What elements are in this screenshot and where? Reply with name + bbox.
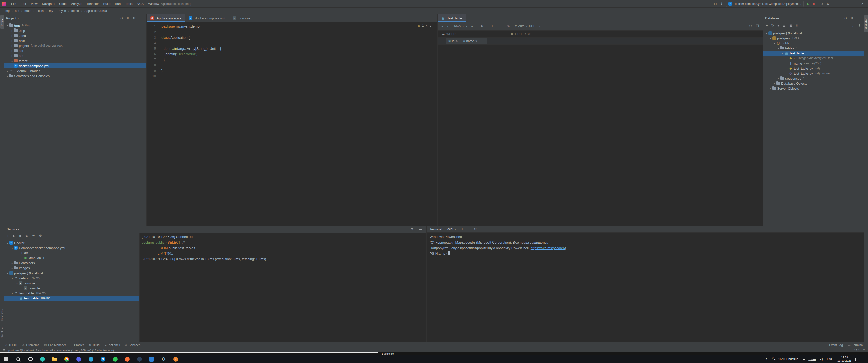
chevron-down-icon[interactable]: ▾ (5, 241, 9, 244)
project-item-target[interactable]: ▸target (4, 58, 146, 63)
breadcrumb-item-src[interactable]: src (15, 9, 19, 12)
ddl-button[interactable]: DDL (528, 25, 536, 28)
services-item-postgres-localhost[interactable]: ▾postgres@localhost (4, 270, 139, 275)
database-item-sequences[interactable]: ▸sequences1 (763, 76, 864, 81)
tx-mode-label[interactable]: Tx: Auto (512, 25, 526, 28)
show-desktop-button[interactable] (865, 356, 866, 363)
menu-file[interactable]: File (9, 0, 19, 7)
toolwindow-button-build[interactable]: ⚒Build (86, 342, 102, 348)
fold-marker-icon[interactable]: − (156, 46, 161, 52)
services-item-tmp-db-1[interactable]: ▣/tmp_db_1 (4, 255, 139, 260)
submit-icon[interactable]: ⇅ (505, 23, 512, 30)
hide-panel-icon[interactable]: — (137, 14, 144, 22)
services-item-default[interactable]: ▾≡default76 ms (4, 275, 139, 280)
breadcrumb-item-mysh[interactable]: mysh (59, 9, 66, 12)
hide-panel-icon[interactable]: — (417, 226, 424, 233)
minimize-button[interactable]: — (834, 0, 845, 7)
run-button[interactable]: ▶ (805, 0, 811, 7)
panel-settings-icon[interactable]: ⚙ (848, 14, 855, 22)
database-item-postgres-localhost[interactable]: ▾postgres@localhost (763, 31, 864, 36)
menu-edit[interactable]: Edit (19, 0, 29, 7)
taskbar-discord-icon[interactable] (73, 356, 85, 363)
menu-code[interactable]: Code (57, 0, 69, 7)
services-item-docker[interactable]: ▾≈Docker (4, 240, 139, 245)
chevron-right-icon[interactable]: ▸ (10, 60, 14, 62)
chevron-right-icon[interactable]: ▸ (10, 262, 14, 264)
last-page-icon[interactable]: » (469, 23, 475, 30)
datasource-settings-icon[interactable]: ⚙ (794, 22, 800, 30)
services-item-test-table[interactable]: ▾≡test_table104 ms (4, 291, 139, 296)
menu-vcs[interactable]: VCS (135, 0, 146, 7)
toolwindow-button-file-manager[interactable]: ▤File Manager (42, 342, 68, 348)
inspection-widget[interactable]: ⚠ 1 ∧ ∨ (417, 24, 432, 28)
group-by-icon[interactable]: ≣ (30, 232, 37, 240)
stop-button[interactable]: ■ (811, 0, 816, 7)
project-item-scratches-and-consoles[interactable]: ▸Scratches and Consoles (4, 73, 146, 78)
terminal-settings-icon[interactable]: ⚙ (472, 226, 479, 233)
taskbar-chrome-icon[interactable] (61, 356, 73, 363)
project-item-project[interactable]: ▸project[tmp-build] sources root (4, 43, 146, 48)
chevron-down-icon[interactable]: ▾ (10, 246, 14, 249)
tab-test-table[interactable]: ▦ test_table (437, 14, 466, 22)
database-item-test-table-pk[interactable]: ◆test_table_pk(id) (763, 66, 864, 71)
chevron-down-icon[interactable]: ▾ (15, 252, 19, 254)
taskbar-whatsapp-icon[interactable] (109, 356, 121, 363)
grid-column-header-id[interactable]: ▦id⇅ (446, 38, 460, 44)
more-icon[interactable]: ⋮ (856, 22, 863, 30)
project-item-hive[interactable]: ▸hive (4, 38, 146, 43)
close-button[interactable]: × (857, 0, 868, 7)
taskbar-firefox-icon[interactable] (121, 356, 133, 363)
taskbar-search-icon[interactable] (12, 356, 24, 363)
menu-navigate[interactable]: Navigate (40, 0, 57, 7)
locate-object-icon[interactable]: ⊙ (842, 14, 848, 22)
services-item-db[interactable]: ▾⊡db (4, 250, 139, 255)
settings-gear-icon[interactable]: ⚙ (825, 0, 831, 7)
project-item-src[interactable]: ▸src (4, 53, 146, 58)
chevron-right-icon[interactable]: ▸ (5, 70, 9, 72)
project-item-docker-compose-yml[interactable]: ≈docker-compose.yml (4, 63, 146, 68)
chevron-down-icon[interactable]: ▾ (769, 37, 772, 40)
stripe-button-project[interactable]: Project (0, 15, 4, 29)
taskbar-clock[interactable]: 12:59 19.10.2021 (837, 356, 851, 363)
caret-position[interactable]: 13:1 (854, 349, 860, 352)
project-item-tmp[interactable]: ▾tmpN:\tmp (4, 23, 146, 28)
chevron-down-icon[interactable]: ▾ (5, 24, 9, 27)
chevron-down-icon[interactable]: ▾ (15, 282, 19, 285)
chevron-right-icon[interactable]: ▸ (777, 77, 780, 80)
stop-service-icon[interactable]: ■ (18, 232, 23, 240)
breadcrumb-item-scala[interactable]: scala (37, 9, 44, 12)
grid-column-header-name[interactable]: ▦name⇅ (460, 38, 488, 44)
taskbar-skype-icon[interactable]: S (97, 356, 109, 363)
filter-icon[interactable]: ⌕ (851, 22, 856, 30)
chevron-down-icon[interactable]: ▾ (777, 47, 780, 50)
grid-settings-icon[interactable]: ⚙ (747, 23, 754, 30)
onedrive-icon[interactable]: ☁ (802, 358, 805, 361)
database-item-test-table[interactable]: ▾▦test_table (763, 51, 864, 56)
chevron-right-icon[interactable]: ▸ (10, 44, 14, 47)
database-item-tables[interactable]: ▾tables1 (763, 45, 864, 51)
hide-panel-icon[interactable]: — (855, 14, 862, 22)
jump-to-console-icon[interactable]: ≣ (781, 22, 787, 30)
editor-tab-application-scala[interactable]: SApplication.scala (147, 14, 185, 22)
database-item-database-objects[interactable]: ▸Database Objects (763, 81, 864, 86)
services-item-console[interactable]: >console (4, 286, 139, 291)
hide-panel-icon[interactable]: — (482, 226, 489, 233)
start-button[interactable] (0, 356, 12, 363)
fold-marker-icon[interactable]: − (156, 35, 161, 40)
chevron-right-icon[interactable]: ▸ (10, 34, 14, 37)
menu-run[interactable]: Run (113, 0, 123, 7)
editor-tab-console[interactable]: >console (229, 14, 254, 22)
services-item-test-table[interactable]: ▦test_table104 ms (4, 296, 139, 301)
refresh-icon[interactable]: ↻ (770, 22, 776, 30)
editor-tab-docker-compose-yml[interactable]: ≈docker-compose.yml (185, 14, 229, 22)
database-item-server-objects[interactable]: ▸Server Objects (763, 86, 864, 91)
code-editor[interactable]: 1package my.mysh.demo23−class Applicatio… (147, 22, 437, 79)
breadcrumb-item-main[interactable]: main (25, 9, 31, 12)
expand-collapse-icon[interactable]: ⇵ (125, 14, 131, 22)
breadcrumb-item-application-scala[interactable]: Application.scala (84, 9, 107, 12)
terminal-tab-local[interactable]: Local ▾ (445, 227, 456, 231)
database-item-public[interactable]: ▾▢public (763, 41, 864, 45)
toolwindow-button-profiler[interactable]: ◔Profiler (68, 342, 86, 348)
stop-icon[interactable]: ■ (776, 22, 781, 30)
chevron-right-icon[interactable]: ▸ (10, 39, 14, 42)
